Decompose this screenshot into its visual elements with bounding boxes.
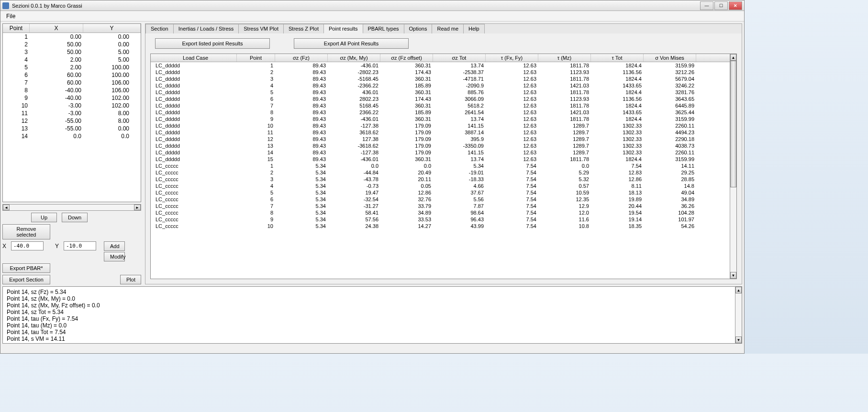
tab-point-results[interactable]: Point results <box>323 24 363 33</box>
results-table: Load CasePointσz (Fz)σz (Mx, My)σz (Fz o… <box>151 54 730 279</box>
results-header-col[interactable]: Load Case <box>151 54 237 62</box>
points-row[interactable]: 12-55.008.00 <box>3 117 141 125</box>
vscroll-track[interactable] <box>735 293 742 336</box>
export-all-button[interactable]: Export All Point Results <box>294 38 409 49</box>
titlebar: Sezioni 0.0.1 by Marco Grassi — ☐ ✕ <box>0 0 744 11</box>
results-header-col[interactable]: σz (Mx, My) <box>328 54 380 62</box>
results-row[interactable]: LC_ddddd1489.43-127.38179.09141.1512.631… <box>151 149 730 156</box>
tab-inertias-loads-stress[interactable]: Inertias / Loads / Stress <box>173 24 239 33</box>
results-row[interactable]: LC_ddddd689.432802.23174.433066.0912.631… <box>151 96 730 102</box>
results-row[interactable]: LC_ccccc65.34-32.5432.765.567.5412.3519.… <box>151 196 730 203</box>
tab-read-me[interactable]: Read me <box>432 24 464 33</box>
points-row[interactable]: 140.00.0 <box>3 132 141 140</box>
vscroll-track[interactable] <box>730 61 736 272</box>
points-body[interactable]: 10.000.00250.000.00350.005.0042.005.0052… <box>3 33 141 202</box>
export-pbar-button[interactable]: Export PBAR* <box>2 263 50 273</box>
results-header-col[interactable]: τ (Mz) <box>538 54 591 62</box>
scroll-down-icon[interactable]: ▼ <box>735 336 742 343</box>
maximize-button[interactable]: ☐ <box>714 1 728 10</box>
points-hscroll[interactable]: ◄ ► <box>2 204 141 211</box>
console-vscroll[interactable]: ▲ ▼ <box>735 287 742 343</box>
close-button[interactable]: ✕ <box>729 1 742 10</box>
results-row[interactable]: LC_ddddd389.43-5168.45360.31-4718.7112.6… <box>151 76 730 82</box>
results-header-col[interactable]: σz Tot <box>433 54 486 62</box>
results-row[interactable]: LC_ddddd1589.43-436.01360.3113.7412.6318… <box>151 156 730 163</box>
up-button[interactable]: Up <box>31 213 57 222</box>
points-row[interactable]: 13-55.000.00 <box>3 125 141 132</box>
points-row[interactable]: 9-40.00102.00 <box>3 94 141 102</box>
results-body[interactable]: LC_ddddd189.43-436.01360.3113.7412.63181… <box>151 62 730 279</box>
scroll-left-icon[interactable]: ◄ <box>3 205 10 210</box>
add-button[interactable]: Add <box>104 241 125 251</box>
results-header-col[interactable]: τ (Fx, Fy) <box>486 54 538 62</box>
points-row[interactable]: 660.00100.00 <box>3 71 141 79</box>
remove-selected-button[interactable]: Remove selected <box>2 224 50 239</box>
export-section-button[interactable]: Export Section <box>2 275 50 284</box>
tab-stress-vm-plot[interactable]: Stress VM Plot <box>238 24 284 33</box>
results-row[interactable]: LC_ddddd889.432366.22185.892641.5412.631… <box>151 109 730 116</box>
menu-file[interactable]: File <box>2 12 19 21</box>
results-row[interactable]: LC_ccccc105.3424.3814.2743.997.5410.818.… <box>151 223 730 229</box>
results-row[interactable]: LC_ddddd1089.43-127.38179.09141.1512.631… <box>151 122 730 129</box>
tab-options[interactable]: Options <box>404 24 433 33</box>
points-header-point[interactable]: Point <box>3 24 30 33</box>
results-row[interactable]: LC_ccccc45.34-0.730.054.667.540.578.1114… <box>151 183 730 189</box>
results-vscroll[interactable]: ▲ ▼ <box>730 54 736 279</box>
results-header-col[interactable]: σz (Fz) <box>275 54 328 62</box>
plot-button[interactable]: Plot <box>120 275 141 284</box>
console-output[interactable]: Point 14, sz (Fz) = 5.34 Point 14, sz (M… <box>2 286 742 344</box>
results-header-col[interactable]: τ Tot <box>591 54 644 62</box>
scroll-up-icon[interactable]: ▲ <box>735 287 742 293</box>
tab-section[interactable]: Section <box>145 24 174 33</box>
points-row[interactable]: 10-3.00102.00 <box>3 102 141 109</box>
tab-pbarl-types[interactable]: PBARL types <box>363 24 404 33</box>
points-row[interactable]: 10.000.00 <box>3 33 141 41</box>
points-row[interactable]: 250.000.00 <box>3 41 141 48</box>
results-row[interactable]: LC_ddddd989.43-436.01360.3113.7412.63181… <box>151 116 730 122</box>
tab-stress-z-plot[interactable]: Stress Z Plot <box>283 24 324 33</box>
results-row[interactable]: LC_ccccc15.340.00.05.347.540.07.5414.11 <box>151 163 730 169</box>
results-row[interactable]: LC_ddddd789.435168.45360.315618.212.6318… <box>151 102 730 109</box>
points-row[interactable]: 350.005.00 <box>3 48 141 56</box>
export-listed-button[interactable]: Export listed point Results <box>155 38 270 49</box>
scroll-down-icon[interactable]: ▼ <box>730 272 736 279</box>
results-row[interactable]: LC_ddddd1189.433618.62179.093887.1412.63… <box>151 129 730 136</box>
tab-help[interactable]: Help <box>463 24 485 33</box>
modify-button[interactable]: Modify <box>104 252 125 261</box>
points-row[interactable]: 11-3.008.00 <box>3 109 141 117</box>
tab-content: Export listed point Results Export All P… <box>145 33 742 284</box>
y-input[interactable] <box>64 241 96 250</box>
results-header-col[interactable]: Point <box>237 54 275 62</box>
points-row[interactable]: 8-40.00106.00 <box>3 87 141 94</box>
vscroll-thumb[interactable] <box>730 61 736 187</box>
results-row[interactable]: LC_ddddd1289.43127.38179.09395.912.63128… <box>151 136 730 142</box>
app-window: Sezioni 0.0.1 by Marco Grassi — ☐ ✕ File… <box>0 0 745 354</box>
results-row[interactable]: LC_ddddd589.43436.01360.31885.7612.63181… <box>151 89 730 96</box>
results-row[interactable]: LC_ccccc35.34-43.7820.11-18.337.545.3212… <box>151 176 730 183</box>
scroll-up-icon[interactable]: ▲ <box>730 54 736 61</box>
results-header-col[interactable]: σz (Fz offset) <box>380 54 433 62</box>
results-row[interactable]: LC_ccccc95.3457.5633.5396.437.5411.619.1… <box>151 216 730 223</box>
results-row[interactable]: LC_ccccc85.3458.4134.8998.647.5412.019.5… <box>151 209 730 216</box>
hscroll-track[interactable] <box>10 205 134 210</box>
results-row[interactable]: LC_ddddd289.43-2802.23174.43-2538.3712.6… <box>151 69 730 76</box>
left-panel: Point X Y 10.000.00250.000.00350.005.004… <box>2 23 141 284</box>
results-row[interactable]: LC_ddddd489.43-2366.22185.89-2090.912.63… <box>151 82 730 89</box>
x-input[interactable] <box>11 241 44 250</box>
points-row[interactable]: 52.00100.00 <box>3 64 141 71</box>
results-row[interactable]: LC_ccccc75.34-31.2733.797.877.5412.920.4… <box>151 203 730 209</box>
results-row[interactable]: LC_ddddd189.43-436.01360.3113.7412.63181… <box>151 62 730 69</box>
results-row[interactable]: LC_ddddd1389.43-3618.62179.09-3350.0912.… <box>151 142 730 149</box>
minimize-button[interactable]: — <box>700 1 713 10</box>
down-button[interactable]: Down <box>62 213 88 222</box>
results-header-col[interactable]: σ Von Mises <box>644 54 696 62</box>
results-row[interactable]: LC_ccccc25.34-44.8420.49-19.017.545.2912… <box>151 169 730 176</box>
points-table: Point X Y 10.000.00250.000.00350.005.004… <box>2 23 141 202</box>
points-row[interactable]: 42.005.00 <box>3 56 141 64</box>
y-label: Y <box>55 243 62 249</box>
points-header-x[interactable]: X <box>30 24 83 33</box>
results-row[interactable]: LC_ccccc55.3419.4712.8637.677.5410.5918.… <box>151 189 730 196</box>
points-header-y[interactable]: Y <box>83 24 141 33</box>
points-row[interactable]: 760.00106.00 <box>3 79 141 87</box>
scroll-right-icon[interactable]: ► <box>134 205 141 210</box>
